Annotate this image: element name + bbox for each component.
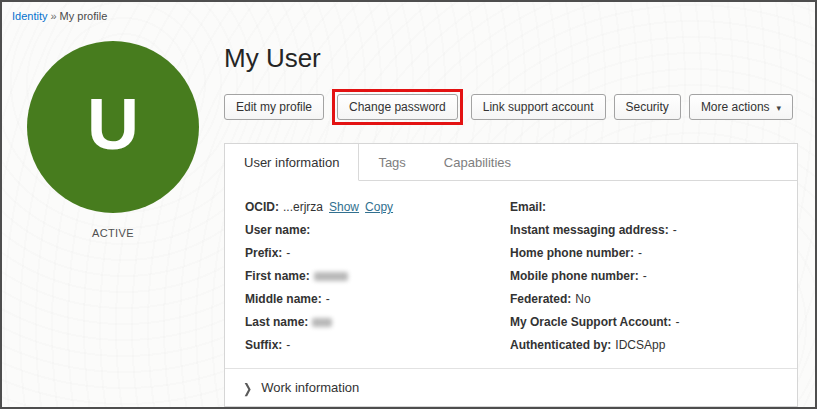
ocid-copy-link[interactable]: Copy [365, 200, 393, 214]
field-prefix: Prefix:- [245, 242, 510, 265]
change-password-button[interactable]: Change password [337, 94, 458, 120]
field-federated: Federated:No [510, 288, 779, 311]
toolbar: Edit my profile Change password Link sup… [224, 89, 798, 125]
breadcrumb: Identity»My profile [2, 2, 815, 22]
breadcrumb-identity-link[interactable]: Identity [12, 10, 47, 22]
tab-capabilities[interactable]: Capabilities [425, 144, 530, 181]
field-authenticated-by: Authenticated by:IDCSApp [510, 334, 779, 357]
user-information-fields: OCID:...erjrzaShowCopy User name: Prefix… [225, 181, 797, 357]
security-button[interactable]: Security [614, 94, 681, 120]
user-details-panel: User information Tags Capabilities OCID:… [224, 143, 798, 407]
field-home-phone-number: Home phone number:- [510, 242, 779, 265]
main-column: My User Edit my profile Change password … [224, 22, 815, 407]
field-instant-messaging-address: Instant messaging address:- [510, 219, 779, 242]
tab-tags[interactable]: Tags [359, 144, 424, 181]
field-email: Email: [510, 196, 779, 219]
redacted-value [312, 318, 332, 327]
field-ocid: OCID:...erjrzaShowCopy [245, 196, 510, 219]
work-information-label: Work information [261, 380, 359, 395]
link-support-account-button[interactable]: Link support account [471, 94, 606, 120]
field-middle-name: Middle name:- [245, 288, 510, 311]
field-mobile-phone-number: Mobile phone number:- [510, 265, 779, 288]
breadcrumb-separator: » [50, 10, 56, 22]
breadcrumb-current: My profile [60, 10, 108, 22]
field-user-name: User name: [245, 219, 510, 242]
red-highlight-annotation: Change password [332, 89, 463, 125]
tab-user-information[interactable]: User information [225, 144, 359, 181]
page-title: My User [224, 43, 798, 74]
ocid-show-link[interactable]: Show [329, 200, 359, 214]
fields-left-column: OCID:...erjrzaShowCopy User name: Prefix… [245, 196, 510, 357]
fields-right-column: Email: Instant messaging address:- Home … [510, 196, 779, 357]
more-actions-label: More actions [701, 100, 770, 114]
edit-my-profile-button[interactable]: Edit my profile [224, 94, 324, 120]
field-my-oracle-support-account: My Oracle Support Account:- [510, 311, 779, 334]
field-suffix: Suffix:- [245, 334, 510, 357]
field-first-name: First name: [245, 265, 510, 288]
field-last-name: Last name: [245, 311, 510, 334]
more-actions-button[interactable]: More actions▾ [689, 94, 793, 120]
redacted-value [314, 272, 348, 281]
avatar-initial: U [87, 88, 139, 160]
content-area: U ACTIVE My User Edit my profile Change … [2, 22, 815, 407]
tab-bar: User information Tags Capabilities [225, 144, 797, 181]
status-badge: ACTIVE [92, 227, 134, 239]
chevron-down-icon: ▾ [777, 103, 782, 113]
chevron-right-icon: ❯ [243, 381, 252, 397]
work-information-toggle[interactable]: ❯Work information [225, 368, 797, 406]
avatar: U [27, 41, 199, 213]
profile-summary-column: U ACTIVE [2, 22, 224, 407]
my-profile-page: Identity»My profile U ACTIVE My User Edi… [0, 0, 817, 409]
